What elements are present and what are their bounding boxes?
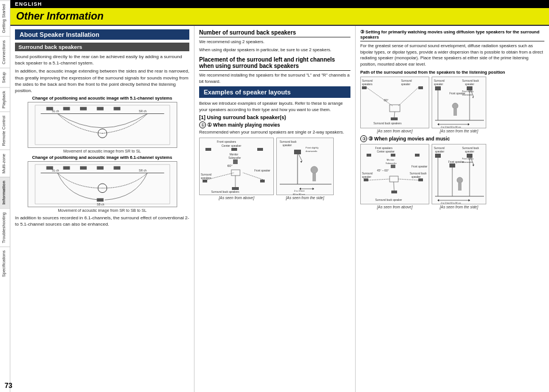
svg-text:Point slightly: Point slightly (306, 146, 318, 149)
svg-rect-60 (362, 86, 367, 89)
svg-text:Center speaker: Center speaker (222, 144, 242, 147)
svg-rect-26 (257, 148, 263, 151)
diffusion-section: ③ Setting for primarily watching movies … (360, 29, 544, 67)
side-diagram-3-svg: Surround speaker Surround back speaker (432, 77, 487, 129)
layout1-heading: [1] Using surround back speaker(s) (199, 115, 350, 120)
svg-rect-103 (364, 178, 368, 181)
footer-text: In addition to sources recorded in 6.1-c… (15, 215, 189, 227)
svg-marker-84 (468, 123, 470, 125)
svg-text:2 to 3 feet 60 to 90 cm: 2 to 3 feet 60 to 90 cm (441, 202, 461, 204)
left-column: About Speaker Installation Surround back… (10, 26, 195, 392)
svg-rect-15 (113, 166, 120, 170)
svg-rect-29 (233, 159, 238, 164)
svg-text:Surround: Surround (362, 79, 373, 82)
sidebar-item-setup[interactable]: Setup (0, 68, 10, 87)
svg-rect-12 (63, 166, 70, 170)
svg-text:speaker: speaker (411, 176, 421, 178)
svg-text:Front speakers: Front speakers (217, 140, 237, 143)
svg-text:speakers: speakers (201, 177, 212, 180)
svg-text:speaker: speaker (401, 83, 411, 86)
movies-music-heading: ③ When playing movies and music (368, 136, 450, 142)
when-mainly-heading: ① When mainly playing movies (207, 122, 280, 128)
svg-text:Surround back: Surround back (280, 140, 297, 143)
svg-text:2 to 3 feet: 2 to 3 feet (294, 189, 305, 192)
svg-text:Surround: Surround (201, 173, 212, 176)
svg-rect-74 (435, 86, 441, 90)
svg-text:60°: 60° (384, 98, 388, 102)
right-area: Number of surround back speakers We reco… (195, 26, 549, 392)
section-title: About Speaker Installation (15, 29, 189, 40)
sidebar-item-getting-started[interactable]: Getting Started (0, 0, 10, 36)
side-diagram-svg: Surround back speaker 2 to 3 feet (277, 138, 334, 196)
svg-rect-93 (367, 154, 371, 157)
svg-rect-3 (80, 107, 87, 111)
svg-rect-78 (467, 86, 472, 90)
svg-text:speaker: speaker (465, 83, 475, 86)
svg-text:Surround back speakers: Surround back speakers (373, 122, 402, 125)
diagram2-container: SL ch SR ch SB ch (15, 161, 189, 207)
svg-text:downwards: downwards (306, 150, 317, 153)
side-diagram-3: Surround speaker Surround back speaker (432, 77, 486, 133)
svg-text:speaker: speaker (465, 150, 475, 153)
svg-text:Monitor: Monitor (387, 158, 395, 161)
above-diagram-4-container: Front speakers Center speaker Monitor Su… (360, 144, 429, 204)
sidebar-item-remote[interactable]: Remote Control (0, 112, 10, 150)
svg-text:60°: 60° (227, 164, 233, 168)
svg-rect-2 (63, 107, 70, 111)
svg-text:Surround back: Surround back (410, 172, 427, 175)
language-label: ENGLISH (15, 1, 42, 7)
svg-rect-4 (97, 107, 104, 111)
speaker-diagrams-3: Surround speakers 60° (360, 77, 544, 133)
sidebar: Getting Started Connections Setup Playba… (0, 0, 10, 392)
svg-rect-30 (231, 170, 240, 176)
as-seen-above-label-3: [As seen from above] (360, 129, 429, 133)
svg-rect-24 (205, 148, 211, 151)
movies-music-heading-row: ③ ③ When playing movies and music (360, 135, 544, 142)
page-number: 73 (10, 382, 12, 390)
svg-rect-120 (467, 154, 472, 158)
svg-rect-45 (294, 150, 301, 154)
svg-marker-134 (472, 165, 474, 166)
as-seen-above-label-4: [As seen from above] (360, 205, 429, 209)
svg-rect-98 (391, 165, 395, 168)
diagram1-svg: SL ch SR ch (28, 102, 177, 147)
svg-text:Surround back speakers: Surround back speakers (211, 191, 240, 193)
sidebar-item-connections[interactable]: Connections (0, 36, 10, 68)
sidebar-item-playback[interactable]: Playback (0, 87, 10, 112)
sidebar-item-information[interactable]: Information (0, 177, 10, 208)
svg-text:Surround back: Surround back (462, 79, 479, 82)
svg-rect-82 (453, 109, 457, 116)
sidebar-item-multizone[interactable]: Multi-zone (0, 150, 10, 177)
item3-circle: ③ (360, 135, 367, 142)
svg-rect-123 (449, 163, 455, 168)
svg-marker-57 (300, 161, 302, 163)
svg-text:SB ch: SB ch (97, 203, 104, 206)
svg-text:Front speaker: Front speaker (411, 165, 428, 168)
svg-rect-38 (232, 187, 239, 190)
svg-rect-5 (113, 107, 120, 111)
svg-text:speaker: speaker (362, 176, 372, 178)
svg-text:Center speaker: Center speaker (377, 150, 395, 153)
svg-text:2 to 3 feet 60 to 90 cm: 2 to 3 feet 60 to 90 cm (441, 126, 461, 128)
svg-text:SR ch: SR ch (139, 110, 147, 113)
surround-text2: In addition, the acoustic image extendin… (15, 68, 189, 94)
svg-text:downwards: downwards (462, 161, 472, 163)
svg-point-47 (311, 166, 318, 173)
svg-text:Front speakers: Front speakers (375, 147, 393, 150)
svg-text:60 to 90 cm: 60 to 90 cm (293, 193, 306, 196)
svg-line-112 (394, 182, 394, 191)
svg-rect-126 (458, 183, 462, 191)
as-seen-above-label-1: [As seen from above] (199, 196, 274, 200)
as-seen-side-label-3: [As seen from the side] (432, 129, 486, 133)
middle-column: Number of surround back speakers We reco… (195, 26, 356, 392)
diagram2-label: Change of positioning and acoustic image… (15, 155, 189, 160)
sidebar-item-troubleshooting[interactable]: Troubleshooting (0, 208, 10, 247)
sidebar-item-specifications[interactable]: Specifications (0, 246, 10, 280)
svg-text:Subwoofer: Subwoofer (386, 162, 397, 165)
above-diagram-3: Surround speakers 60° (360, 77, 429, 133)
diagram2-svg: SL ch SR ch SB ch (28, 162, 177, 207)
svg-marker-128 (468, 199, 470, 201)
svg-rect-14 (97, 166, 104, 170)
path-heading: Path of the surround sound from the spea… (360, 70, 544, 75)
svg-rect-67 (391, 117, 398, 120)
